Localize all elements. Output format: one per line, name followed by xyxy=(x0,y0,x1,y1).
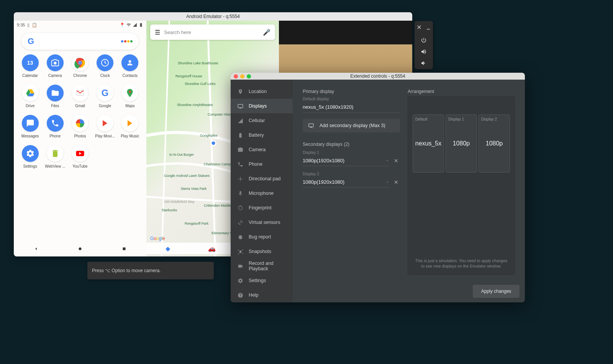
displays-icon xyxy=(238,103,243,109)
app-icon-chrome[interactable]: Chrome xyxy=(67,54,92,78)
app-label: Photos xyxy=(74,134,86,138)
svg-point-14 xyxy=(211,141,216,145)
app-circle xyxy=(121,54,138,71)
svg-point-15 xyxy=(240,178,241,180)
google-search-bar[interactable]: G xyxy=(21,33,139,50)
arrangement-display-label: Display 1 xyxy=(448,117,474,121)
location-icon: 📍 xyxy=(120,23,125,28)
nav-item-help[interactable]: Help xyxy=(231,288,293,302)
nav-label: Camera xyxy=(249,147,266,152)
map-search-input[interactable]: Search here xyxy=(164,29,259,35)
nav-item-virtual-sensors[interactable]: Virtual sensors xyxy=(231,215,293,230)
app-icon-webview[interactable]: WebView ... xyxy=(43,145,67,168)
status-left: 9:35 ▯ 📋 xyxy=(17,23,37,28)
back-button-icon[interactable] xyxy=(33,246,39,251)
arrangement-display[interactable]: Display 11080p xyxy=(446,114,477,173)
app-icon-phone[interactable]: Phone xyxy=(43,115,67,138)
nav-item-cellular[interactable]: Cellular xyxy=(231,113,293,128)
wifi-icon xyxy=(126,23,131,27)
arrangement-display[interactable]: Defaultnexus_5x xyxy=(413,114,444,173)
apply-changes-button[interactable]: Apply changes xyxy=(473,285,520,298)
minimize-icon[interactable] xyxy=(425,24,431,30)
app-icon-google[interactable]: GGoogle xyxy=(93,85,118,108)
power-icon[interactable] xyxy=(421,37,427,43)
nav-label: Phone xyxy=(249,162,262,167)
add-secondary-display-button[interactable]: Add secondary display (Max 3) xyxy=(303,119,400,132)
app-icon-files[interactable]: Files xyxy=(43,85,67,108)
app-label: Settings xyxy=(23,164,37,168)
secondary-displays-header: Secondary displays (2) xyxy=(303,142,400,147)
arrangement-header: Arrangement xyxy=(408,89,515,94)
nav-item-bug-report[interactable]: Bug report xyxy=(231,230,293,244)
svg-point-6 xyxy=(129,60,131,63)
nav-label: Snapshots xyxy=(249,249,271,254)
mic-icon[interactable]: 🎤 xyxy=(263,29,270,36)
app-icon-contacts[interactable]: Contacts xyxy=(118,54,143,78)
app-icon-settings[interactable]: Settings xyxy=(18,145,43,168)
nav-item-settings[interactable]: Settings xyxy=(231,273,293,288)
app-label: Play Music xyxy=(121,134,139,138)
map-search-bar[interactable]: ☰ Search here 🎤 xyxy=(150,24,275,40)
app-icon-calendar[interactable]: 13Calendar xyxy=(18,54,43,78)
nav-item-snapshots[interactable]: Snapshots xyxy=(231,244,293,259)
arrangement-display-name: 1080p xyxy=(486,140,503,147)
window-zoom-icon[interactable] xyxy=(247,74,251,78)
app-icon-drive[interactable]: Drive xyxy=(18,85,43,108)
menu-icon[interactable]: ☰ xyxy=(155,29,160,36)
status-right: 📍 xyxy=(120,23,143,28)
explore-icon[interactable]: ◆ xyxy=(166,245,170,252)
window-close-icon[interactable] xyxy=(234,74,238,78)
nav-label: Bug report xyxy=(249,234,271,240)
google-logo-icon: G xyxy=(28,36,34,46)
emulator-side-toolbar xyxy=(415,21,433,69)
arrangement-panel: Arrangement Defaultnexus_5xDisplay 11080… xyxy=(408,89,515,293)
map-poi: Rengstorff Park xyxy=(185,222,208,225)
nav-label: Record and Playback xyxy=(249,261,286,271)
app-icon-gmail[interactable]: Gmail xyxy=(67,85,92,108)
remove-display-button[interactable]: ✕ xyxy=(392,178,400,187)
nav-item-phone[interactable]: Phone xyxy=(231,157,293,171)
nav-item-record-and-playback[interactable]: Record and Playback xyxy=(231,259,293,273)
app-icon-clock[interactable]: Clock xyxy=(93,54,118,78)
svg-point-0 xyxy=(54,62,56,64)
app-grid: 13CalendarCameraChromeClockContactsDrive… xyxy=(14,54,146,168)
nav-item-microphone[interactable]: Microphone xyxy=(231,186,293,201)
nav-item-fingerprint[interactable]: Fingerprint xyxy=(231,201,293,215)
close-icon[interactable] xyxy=(416,24,422,30)
primary-display-header: Primary display xyxy=(303,89,400,94)
remove-display-button[interactable]: ✕ xyxy=(392,156,400,165)
camera-icon xyxy=(238,147,243,153)
app-circle xyxy=(72,85,89,101)
assistant-icon[interactable] xyxy=(121,40,133,42)
commute-icon[interactable]: 🚗 xyxy=(208,245,216,252)
home-button-icon[interactable] xyxy=(77,246,83,251)
volume-up-icon[interactable] xyxy=(421,49,427,55)
app-icon-playmovi[interactable]: Play Movi... xyxy=(93,115,118,138)
display-resolution-select[interactable]: 1080p(1920x1080) xyxy=(303,177,389,188)
nav-label: Fingerprint xyxy=(249,205,272,211)
recents-button-icon[interactable] xyxy=(121,246,127,251)
svg-point-4 xyxy=(79,62,81,64)
display-resolution-select[interactable]: 1080p(1920x1080) xyxy=(303,155,389,166)
app-icon-photos[interactable]: Photos xyxy=(67,115,92,138)
app-circle xyxy=(121,85,138,101)
nav-item-displays[interactable]: Displays xyxy=(231,99,293,113)
app-icon-messages[interactable]: Messages xyxy=(18,115,43,138)
app-icon-youtube[interactable]: YouTube xyxy=(67,145,92,168)
cellular-icon xyxy=(238,118,243,124)
window-minimize-icon[interactable] xyxy=(240,74,244,78)
arrangement-display[interactable]: Display 21080p xyxy=(479,114,510,173)
app-icon-playmusic[interactable]: Play Music xyxy=(118,115,143,138)
app-icon-maps[interactable]: Maps xyxy=(118,85,143,108)
display-resolution-value: 1080p(1920x1080) xyxy=(303,179,344,185)
nav-item-camera[interactable]: Camera xyxy=(231,142,293,157)
camera-hint-toast: Press ⌥ Option to move camera. xyxy=(87,262,214,279)
svg-point-9 xyxy=(54,151,54,152)
app-icon-camera[interactable]: Camera xyxy=(43,54,67,78)
nav-item-location[interactable]: Location xyxy=(231,84,293,99)
nav-item-directional-pad[interactable]: Directional pad xyxy=(231,171,293,186)
default-display-label: Default display xyxy=(303,96,400,101)
nav-item-battery[interactable]: Battery xyxy=(231,128,293,142)
app-circle xyxy=(47,54,64,71)
volume-down-icon[interactable] xyxy=(421,60,427,66)
